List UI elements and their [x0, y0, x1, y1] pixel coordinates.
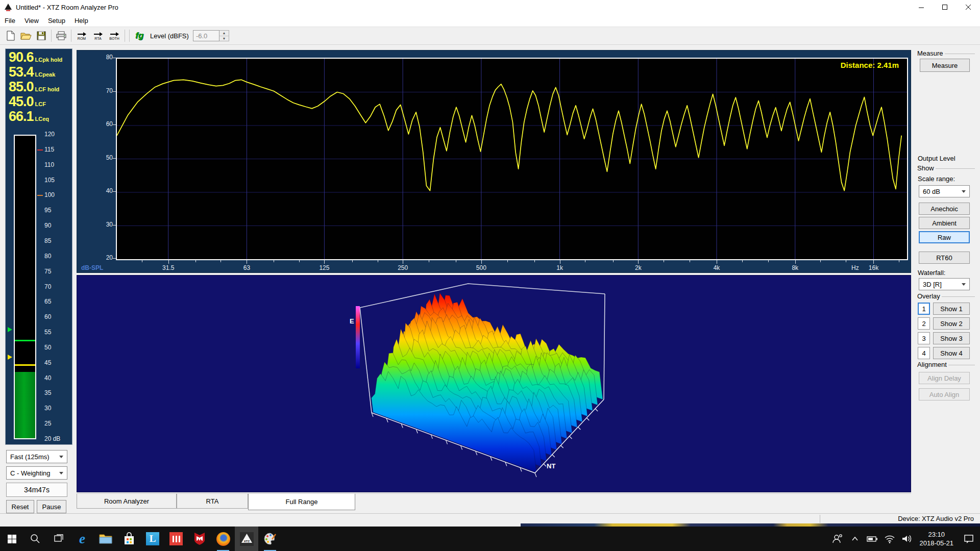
reading-lcpk-hold: 90.6LCpk hold [6, 49, 72, 64]
taskbar-l-app[interactable]: L [141, 527, 164, 551]
meter-scale-label: 60 [44, 313, 72, 320]
x-axis-tick [481, 260, 482, 264]
meter-yellow-marker [8, 355, 12, 360]
title-bar: Untitled* - XTZ Room Analyzer Pro [0, 0, 980, 14]
x-axis-minor-tick [585, 260, 585, 262]
tab-room-analyzer[interactable]: Room Analyzer [77, 494, 177, 509]
battery-icon[interactable] [864, 527, 881, 551]
scale-range-select[interactable]: 60 dB [919, 185, 970, 197]
send-to-room-button[interactable]: ROM [74, 28, 90, 43]
open-folder-icon [20, 31, 32, 40]
x-axis-minor-tick [220, 260, 221, 262]
meter-scale-label: 105 [44, 177, 72, 184]
raw-button[interactable]: Raw [919, 231, 970, 243]
pause-button[interactable]: Pause [37, 500, 66, 513]
tab-full-range[interactable]: Full Range [248, 494, 355, 510]
anechoic-button[interactable]: Anechoic [919, 203, 970, 215]
reset-button[interactable]: Reset [6, 500, 34, 513]
overlay-4-button[interactable]: 4 [918, 347, 930, 359]
show-1-button[interactable]: Show 1 [933, 303, 970, 315]
x-axis-minor-tick [846, 260, 846, 262]
people-icon[interactable] [829, 527, 846, 551]
menu-file[interactable]: File [0, 14, 20, 27]
generator-button[interactable]: fg [132, 28, 147, 43]
reading-lcf: 45.0LCF [6, 93, 72, 108]
align-delay-button[interactable]: Align Delay [919, 372, 970, 384]
taskbar-file-explorer[interactable] [94, 527, 117, 551]
taskbar-red-app[interactable] [164, 527, 188, 551]
overlay-3-button[interactable]: 3 [918, 332, 930, 344]
action-center-icon[interactable] [958, 527, 980, 551]
x-axis-minor-tick [274, 260, 274, 262]
new-file-button[interactable] [3, 28, 18, 43]
measure-button[interactable]: Measure [920, 59, 970, 72]
taskbar-paint[interactable] [258, 527, 282, 551]
taskbar-firefox[interactable] [211, 527, 235, 551]
taskbar-xtz-app[interactable]: XTZ [235, 527, 258, 551]
spinner-up-button[interactable]: ▲ [219, 31, 229, 36]
spinner-down-button[interactable]: ▼ [219, 36, 229, 41]
waterfall-3d-surface: ENT [77, 276, 911, 492]
window-title: Untitled* - XTZ Room Analyzer Pro [16, 4, 118, 11]
x-axis-minor-tick [456, 260, 456, 262]
taskbar-search-button[interactable] [23, 527, 47, 551]
overlay-2-button[interactable]: 2 [918, 317, 930, 330]
waterfall-mode-select[interactable]: 3D [R] [919, 278, 970, 290]
output-level-label: Output Level [918, 155, 955, 162]
spl-level-meter [14, 135, 36, 439]
meter-yellow-line [15, 364, 35, 366]
menu-setup[interactable]: Setup [43, 14, 70, 27]
y-axis-tick [113, 91, 116, 92]
show-3-button[interactable]: Show 3 [933, 332, 970, 344]
meter-red-tick [37, 149, 43, 151]
y-axis-label: 80 [91, 54, 113, 61]
show-2-button[interactable]: Show 2 [933, 317, 970, 330]
x-axis-label: 4k [705, 264, 728, 271]
send-to-rta-button[interactable]: RTA [90, 28, 106, 43]
meter-scale-label: 110 [44, 161, 72, 168]
distance-readout: Distance: 2.41m [781, 61, 899, 69]
tray-chevron-up-icon[interactable] [846, 527, 864, 551]
y-axis-tick [113, 225, 116, 226]
x-axis-minor-tick [742, 260, 743, 262]
task-view-button[interactable] [47, 527, 70, 551]
x-axis-tick [717, 260, 717, 264]
chevron-down-icon [962, 190, 966, 193]
open-file-button[interactable] [18, 28, 34, 43]
x-axis-tick [873, 260, 874, 264]
rt60-button[interactable]: RT60 [919, 252, 970, 264]
volume-icon[interactable] [898, 527, 916, 551]
weighting-select[interactable]: C - Weighting [6, 466, 67, 480]
measure-group-label: Measure [916, 49, 945, 57]
tab-rta[interactable]: RTA [177, 494, 248, 509]
level-dbfs-input[interactable]: -6.0 [193, 30, 219, 41]
auto-align-button[interactable]: Auto Align [919, 388, 970, 400]
spl-meter-panel: 90.6LCpk hold 53.4LCpeak 85.0LCF hold 45… [5, 48, 72, 445]
taskbar-clock[interactable]: 23:10 2018-05-21 [916, 530, 958, 547]
close-button[interactable] [957, 0, 980, 14]
send-to-both-button[interactable]: BOTH [106, 28, 122, 43]
svg-text:XTZ: XTZ [243, 539, 250, 542]
taskbar-mcafee[interactable] [188, 527, 211, 551]
taskbar-store[interactable] [117, 527, 141, 551]
y-axis-label: 40 [91, 187, 113, 194]
start-button[interactable] [0, 527, 23, 551]
windows-logo-icon [8, 535, 16, 543]
save-button[interactable] [34, 28, 49, 43]
x-axis-minor-tick [613, 260, 614, 262]
menu-help[interactable]: Help [70, 14, 93, 27]
wifi-icon[interactable] [881, 527, 898, 551]
minimize-button[interactable] [910, 0, 933, 14]
taskbar-edge[interactable]: e [70, 527, 94, 551]
menu-view[interactable]: View [20, 14, 43, 27]
response-speed-select[interactable]: Fast (125ms) [6, 450, 67, 463]
reading-lceq: 66.1LCeq [6, 108, 72, 123]
x-axis-label: 250 [391, 264, 414, 271]
maximize-button[interactable] [933, 0, 957, 14]
taskbar: e L XTZ 23:10 2018-05-21 [0, 527, 980, 551]
show-4-button[interactable]: Show 4 [933, 347, 970, 359]
frequency-response-chart: Distance: 2.41m dB-SPL 8070605040302031.… [77, 50, 911, 273]
print-button[interactable] [54, 28, 69, 43]
overlay-1-button[interactable]: 1 [918, 303, 930, 315]
ambient-button[interactable]: Ambient [919, 217, 970, 229]
